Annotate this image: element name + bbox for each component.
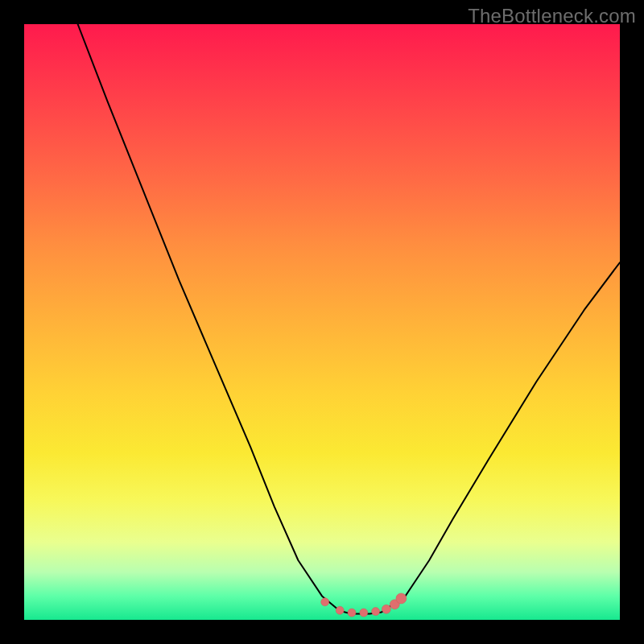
curve-marker — [396, 593, 407, 604]
curve-marker — [348, 609, 356, 617]
curve-marker — [321, 598, 329, 606]
plot-area — [24, 24, 620, 620]
curve-marker — [336, 606, 344, 614]
chart-svg — [24, 24, 620, 620]
image-frame: TheBottleneck.com — [0, 0, 644, 644]
curve-marker — [372, 608, 380, 616]
bottleneck-curve — [78, 24, 620, 614]
curve-marker — [382, 605, 390, 613]
watermark-text: TheBottleneck.com — [468, 5, 636, 27]
curve-marker — [360, 609, 368, 617]
